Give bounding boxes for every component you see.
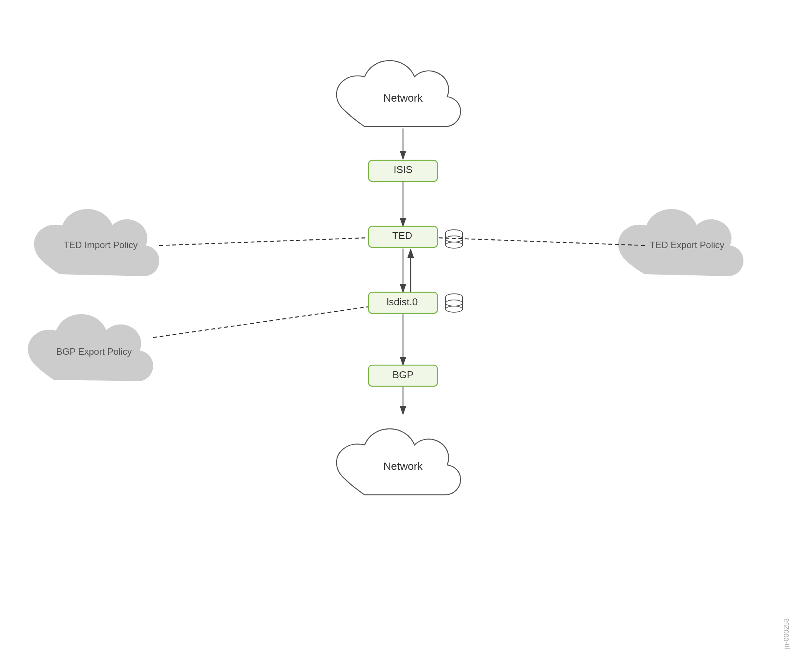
bgp-export-cloud: BGP Export Policy: [28, 314, 153, 381]
ted-export-label: TED Export Policy: [650, 240, 725, 250]
ted-label: TED: [392, 230, 412, 241]
top-network-cloud: Network: [337, 61, 461, 127]
watermark: jn-000253: [783, 618, 791, 649]
isis-label: ISIS: [393, 164, 412, 175]
svg-point-15: [446, 300, 462, 306]
ted-node: TED: [368, 226, 438, 247]
svg-point-16: [446, 306, 462, 312]
lsdist-label: lsdist.0: [387, 296, 418, 308]
ted-import-cloud: TED Import Policy: [34, 209, 159, 276]
top-network-label: Network: [383, 92, 423, 104]
bottom-network-cloud: Network: [337, 429, 461, 495]
dotted-ted-import-line: [159, 238, 368, 245]
svg-point-9: [446, 242, 462, 248]
bgp-node: BGP: [368, 365, 438, 386]
dotted-ted-export-line: [438, 238, 645, 245]
bottom-network-label: Network: [383, 460, 423, 472]
bgp-export-label: BGP Export Policy: [56, 346, 132, 357]
ted-export-cloud: TED Export Policy: [618, 209, 743, 276]
ted-import-label: TED Import Policy: [63, 240, 137, 250]
bgp-label: BGP: [393, 369, 414, 380]
isis-node: ISIS: [368, 160, 438, 181]
dotted-bgp-export-line: [153, 307, 368, 338]
diagram-container: Network ISIS TED: [0, 0, 806, 672]
lsdist-database-icon: [446, 294, 462, 312]
lsdist-node: lsdist.0: [368, 292, 438, 313]
